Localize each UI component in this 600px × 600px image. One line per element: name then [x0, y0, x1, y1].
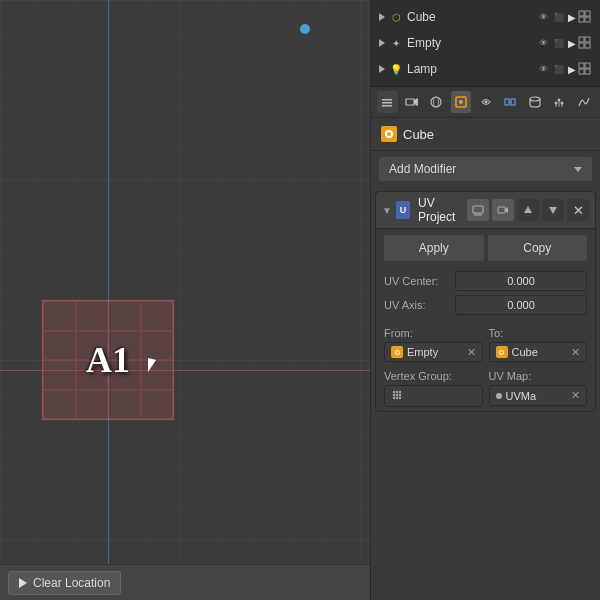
svg-marker-40 — [524, 206, 532, 213]
remove-modifier-button[interactable]: ✕ — [567, 199, 589, 221]
modifier-expand-icon[interactable]: ▼ — [382, 205, 392, 216]
grid-icon-empty[interactable] — [578, 36, 592, 50]
to-group: To: Cube ✕ — [489, 327, 588, 362]
to-remove-icon[interactable]: ✕ — [571, 347, 580, 358]
mesh-cell — [43, 301, 76, 331]
tab-constraints[interactable] — [475, 91, 496, 113]
from-to-row: From: Empty ✕ To: Cube ✕ — [376, 323, 595, 366]
viewport-bottom-bar: Clear Location — [0, 564, 370, 600]
copy-button[interactable]: Copy — [488, 235, 588, 261]
tab-object[interactable] — [451, 91, 472, 113]
camera-icon — [405, 95, 419, 109]
vertex-uv-row: Vertex Group: UV Map: UVMa ✕ — [376, 366, 595, 411]
svg-point-22 — [459, 100, 463, 104]
from-remove-icon[interactable]: ✕ — [467, 347, 476, 358]
uv-project-icon: U — [396, 201, 410, 219]
uv-map-dot — [496, 393, 502, 399]
camera-small-icon — [497, 204, 509, 216]
move-up-button[interactable] — [517, 199, 539, 221]
svg-rect-34 — [473, 206, 483, 213]
mesh-cell — [141, 360, 174, 390]
tab-physics[interactable] — [574, 91, 595, 113]
uv-map-label: UV Map: — [489, 370, 588, 382]
from-object-pill[interactable]: Empty ✕ — [384, 342, 483, 362]
mesh-object[interactable]: A1 — [42, 300, 174, 420]
to-label: To: — [489, 327, 588, 339]
up-arrow-icon — [523, 205, 533, 215]
mesh-grid: A1 — [42, 300, 174, 420]
tab-modifiers[interactable] — [500, 91, 521, 113]
uv-map-field[interactable]: UVMa ✕ — [489, 385, 588, 406]
move-down-button[interactable] — [542, 199, 564, 221]
lamp-icon: 💡 — [389, 62, 403, 76]
grid-icon-lamp[interactable] — [578, 62, 592, 76]
outliner-item-empty[interactable]: ✦ Empty 👁 ⬛ ▶ — [371, 30, 600, 56]
svg-point-47 — [399, 394, 401, 396]
outliner-lamp-label: Lamp — [407, 62, 532, 76]
arrow-icon-empty[interactable]: ▶ — [568, 38, 576, 49]
grid-icon[interactable] — [578, 10, 592, 24]
eye-icon-lamp[interactable]: 👁 — [536, 62, 550, 76]
mesh-cell — [108, 331, 141, 361]
svg-point-43 — [396, 391, 398, 393]
apply-button[interactable]: Apply — [384, 235, 484, 261]
uv-map-remove-icon[interactable]: ✕ — [571, 389, 580, 402]
uv-map-value: UVMa — [506, 390, 568, 402]
to-obj-icon — [496, 346, 508, 358]
object-header: Cube — [371, 118, 600, 151]
mesh-cell — [108, 390, 141, 420]
svg-rect-24 — [505, 99, 509, 105]
expand-icon — [379, 39, 385, 47]
arrow-icon-lamp[interactable]: ▶ — [568, 64, 576, 75]
svg-rect-5 — [585, 17, 590, 22]
add-modifier-button[interactable]: Add Modifier — [379, 157, 592, 181]
render-toggle[interactable] — [492, 199, 514, 221]
outliner-item-cube[interactable]: ⬡ Cube 👁 ⬛ ▶ — [371, 4, 600, 30]
uv-center-z-input[interactable]: 0.000 — [455, 295, 587, 315]
arrow-icon[interactable]: ▶ — [568, 12, 576, 23]
uv-center-x-input[interactable]: 0.000 — [455, 271, 587, 291]
tab-world[interactable] — [426, 91, 447, 113]
object-name: Cube — [403, 127, 434, 142]
constraint-icon — [479, 95, 493, 109]
mesh-cell — [141, 390, 174, 420]
clear-location-label: Clear Location — [33, 576, 110, 590]
outliner-cube-label: Cube — [407, 10, 532, 24]
outliner: ⬡ Cube 👁 ⬛ ▶ ✦ Empty 👁 ⬛ ▶ — [371, 0, 600, 87]
svg-point-50 — [399, 397, 401, 399]
render-icon-empty[interactable]: ⬛ — [552, 36, 566, 50]
realtime-toggle[interactable] — [467, 199, 489, 221]
uv-center-group: UV Center: 0.000 UV Axis: 0.000 — [376, 267, 595, 323]
tab-dropdown[interactable] — [377, 91, 398, 113]
data-icon — [528, 95, 542, 109]
eye-icon[interactable]: 👁 — [536, 10, 550, 24]
vertex-group: Vertex Group: — [384, 370, 483, 407]
particles-icon — [552, 95, 566, 109]
to-value: Cube — [512, 346, 568, 358]
mesh-cell — [76, 360, 109, 390]
3d-cursor — [300, 24, 310, 34]
clear-location-button[interactable]: Clear Location — [8, 571, 121, 595]
svg-rect-9 — [585, 43, 590, 48]
render-icon[interactable]: ⬛ — [552, 10, 566, 24]
render-icon-lamp[interactable]: ⬛ — [552, 62, 566, 76]
outliner-controls-empty: 👁 ⬛ ▶ — [536, 36, 592, 50]
svg-point-19 — [431, 97, 441, 107]
eye-icon-empty[interactable]: 👁 — [536, 36, 550, 50]
tab-render[interactable] — [402, 91, 423, 113]
svg-rect-4 — [579, 17, 584, 22]
tab-data[interactable] — [524, 91, 545, 113]
tab-particles[interactable] — [549, 91, 570, 113]
mesh-cell — [76, 390, 109, 420]
svg-rect-6 — [579, 37, 584, 42]
vertex-group-label: Vertex Group: — [384, 370, 483, 382]
to-object-pill[interactable]: Cube ✕ — [489, 342, 588, 362]
properties-panel: Cube Add Modifier ▼ U UV Project — [371, 87, 600, 600]
svg-rect-15 — [382, 102, 392, 104]
action-buttons: Apply Copy — [376, 229, 595, 267]
viewport[interactable]: A1 Clear Location — [0, 0, 370, 600]
from-group: From: Empty ✕ — [384, 327, 483, 362]
svg-point-45 — [393, 394, 395, 396]
outliner-item-lamp[interactable]: 💡 Lamp 👁 ⬛ ▶ — [371, 56, 600, 82]
vertex-group-field[interactable] — [384, 385, 483, 407]
